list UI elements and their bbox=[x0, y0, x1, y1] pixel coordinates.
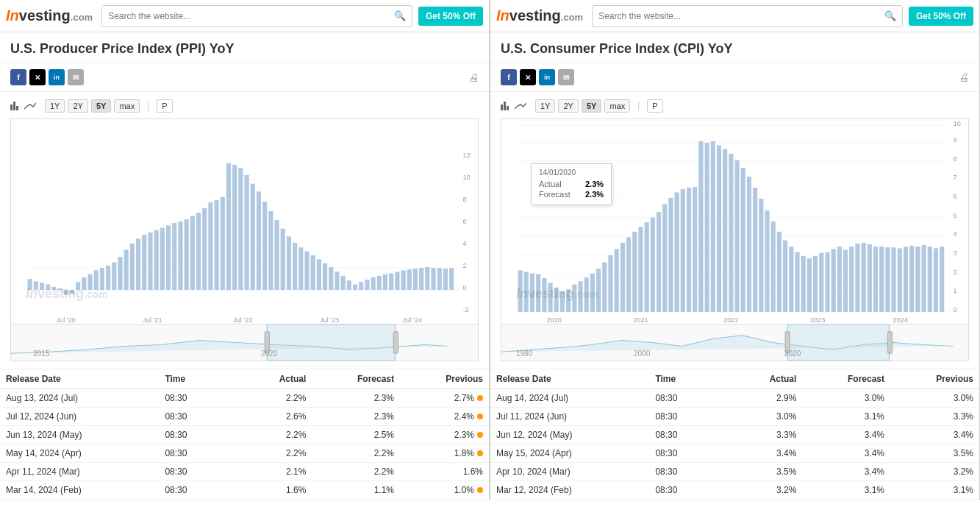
ppi-max-button[interactable]: max bbox=[114, 99, 140, 113]
cpi-2y-button[interactable]: 2Y bbox=[558, 99, 578, 113]
cpi-5y-button[interactable]: 5Y bbox=[582, 99, 601, 113]
cpi-mini-label-2000: 2000 bbox=[634, 350, 650, 358]
cpi-line-chart-icon[interactable] bbox=[515, 102, 526, 110]
ppi-bar-chart-icon[interactable] bbox=[10, 102, 18, 110]
cpi-1y-button[interactable]: 1Y bbox=[535, 99, 555, 113]
ppi-twitter-icon[interactable]: ✕ bbox=[29, 69, 46, 85]
svg-rect-188 bbox=[915, 246, 920, 312]
svg-text:6: 6 bbox=[463, 217, 467, 225]
cpi-header: Investing.com 🔍 Get 50% Off bbox=[490, 0, 979, 32]
cpi-email-icon[interactable]: ✉ bbox=[558, 69, 574, 85]
svg-rect-21 bbox=[34, 281, 38, 290]
cpi-table-row: Apr 10, 2024 (Mar) 08:30 3.5% 3.4% 3.2% bbox=[490, 463, 979, 481]
ppi-cell-date: Aug 13, 2024 (Jul) bbox=[0, 389, 159, 408]
ppi-cell-forecast: 2.2% bbox=[312, 444, 400, 463]
svg-rect-40 bbox=[142, 235, 146, 290]
cpi-max-button[interactable]: max bbox=[604, 99, 630, 113]
dot-orange bbox=[477, 450, 483, 456]
svg-rect-53 bbox=[221, 197, 225, 290]
svg-rect-32 bbox=[94, 270, 99, 290]
ppi-cell-previous: 2.7% bbox=[400, 389, 489, 408]
svg-text:7: 7 bbox=[954, 173, 957, 181]
svg-rect-163 bbox=[765, 210, 769, 312]
ppi-separator: | bbox=[147, 101, 149, 111]
cpi-bar-chart-icon[interactable] bbox=[501, 102, 509, 110]
ppi-search-bar[interactable]: 🔍 bbox=[101, 5, 412, 27]
cpi-th-date: Release Date bbox=[490, 369, 649, 389]
ppi-print-icon[interactable]: 🖨 bbox=[468, 71, 479, 83]
cpi-cell-actual: 3.0% bbox=[732, 408, 803, 426]
cpi-cta-button[interactable]: Get 50% Off bbox=[909, 7, 973, 26]
svg-rect-150 bbox=[687, 188, 691, 312]
cpi-twitter-icon[interactable]: ✕ bbox=[520, 69, 536, 85]
svg-rect-156 bbox=[723, 149, 727, 312]
svg-rect-39 bbox=[136, 239, 140, 291]
ppi-search-input[interactable] bbox=[108, 11, 394, 21]
svg-rect-47 bbox=[185, 219, 189, 290]
svg-rect-22 bbox=[40, 283, 44, 290]
svg-rect-149 bbox=[681, 189, 685, 312]
svg-rect-139 bbox=[620, 243, 625, 312]
svg-rect-67 bbox=[304, 252, 309, 290]
logo-investing-text: Investing.com bbox=[6, 7, 93, 24]
cpi-table-container: Release Date Time Actual Forecast Previo… bbox=[490, 369, 979, 500]
svg-rect-31 bbox=[87, 274, 92, 290]
dot-orange bbox=[477, 395, 483, 401]
cpi-tooltip-actual-row: Actual 2.3% bbox=[539, 180, 604, 188]
cpi-cell-forecast: 3.4% bbox=[802, 426, 890, 444]
ppi-2y-button[interactable]: 2Y bbox=[68, 99, 87, 113]
svg-text:9: 9 bbox=[954, 135, 957, 143]
cpi-facebook-icon[interactable]: f bbox=[501, 69, 517, 85]
cpi-cell-empty bbox=[711, 463, 732, 481]
ppi-social-bar: f ✕ in ✉ 🖨 bbox=[0, 63, 489, 92]
cpi-cell-date: Jun 12, 2024 (May) bbox=[490, 426, 649, 444]
cpi-linkedin-icon[interactable]: in bbox=[539, 69, 555, 85]
ppi-chart-section: 1Y 2Y 5Y max | P -2 0 2 4 6 8 10 12 bbox=[0, 92, 489, 369]
svg-rect-185 bbox=[898, 248, 902, 312]
cpi-cell-previous: 3.0% bbox=[890, 389, 979, 408]
svg-rect-20 bbox=[28, 279, 32, 290]
svg-rect-64 bbox=[287, 236, 291, 290]
cpi-cell-date: May 15, 2024 (Apr) bbox=[490, 444, 649, 463]
ppi-cell-empty bbox=[221, 408, 242, 426]
svg-rect-145 bbox=[657, 212, 661, 312]
cpi-p-button[interactable]: P bbox=[647, 99, 662, 113]
cpi-search-input[interactable] bbox=[598, 11, 884, 21]
svg-rect-159 bbox=[741, 168, 745, 312]
svg-rect-168 bbox=[795, 252, 799, 312]
cpi-cell-time: 08:30 bbox=[649, 426, 710, 444]
svg-text:6: 6 bbox=[954, 192, 957, 200]
ppi-cell-date: Mar 14, 2024 (Feb) bbox=[0, 481, 159, 500]
svg-text:2: 2 bbox=[954, 267, 957, 275]
ppi-1y-button[interactable]: 1Y bbox=[45, 99, 65, 113]
svg-rect-167 bbox=[789, 246, 793, 312]
ppi-search-icon: 🔍 bbox=[394, 10, 406, 21]
ppi-cta-button[interactable]: Get 50% Off bbox=[418, 7, 483, 26]
ppi-line-chart-icon[interactable] bbox=[24, 102, 36, 110]
svg-rect-50 bbox=[202, 208, 207, 290]
ppi-5y-button[interactable]: 5Y bbox=[91, 99, 111, 113]
cpi-cell-date: Aug 14, 2024 (Jul) bbox=[490, 389, 649, 408]
svg-rect-191 bbox=[934, 248, 938, 312]
ppi-p-button[interactable]: P bbox=[157, 99, 172, 113]
cpi-logo: Investing.com bbox=[496, 7, 583, 24]
svg-rect-25 bbox=[58, 288, 62, 290]
cpi-print-icon[interactable]: 🖨 bbox=[959, 71, 969, 83]
ppi-linkedin-icon[interactable]: in bbox=[49, 69, 65, 85]
cpi-cell-empty bbox=[711, 444, 732, 463]
svg-rect-177 bbox=[849, 246, 854, 312]
svg-text:1: 1 bbox=[954, 286, 957, 294]
cpi-search-bar[interactable]: 🔍 bbox=[592, 5, 903, 27]
cpi-cell-empty bbox=[711, 408, 732, 426]
cpi-cell-date: Apr 10, 2024 (Mar) bbox=[490, 463, 649, 481]
ppi-email-icon[interactable]: ✉ bbox=[68, 69, 84, 85]
ppi-logo: Investing.com bbox=[6, 7, 93, 24]
ppi-table-row: May 14, 2024 (Apr) 08:30 2.2% 2.2% 1.8% bbox=[0, 444, 489, 463]
svg-rect-69 bbox=[317, 259, 321, 290]
ppi-data-table: Release Date Time Actual Forecast Previo… bbox=[0, 369, 489, 500]
svg-rect-86 bbox=[419, 268, 423, 290]
ppi-panel: Investing.com 🔍 Get 50% Off U.S. Produce… bbox=[0, 0, 490, 500]
svg-rect-124 bbox=[530, 274, 534, 312]
ppi-cell-actual: 1.6% bbox=[242, 481, 312, 500]
ppi-facebook-icon[interactable]: f bbox=[10, 69, 26, 85]
